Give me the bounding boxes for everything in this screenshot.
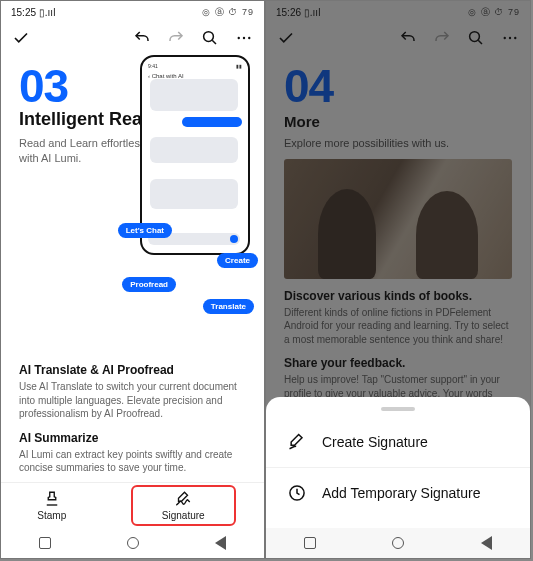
page-subtitle: Read and Learn effortlessly with AI Lumi… [19,136,159,166]
android-nav [266,528,530,558]
tab-stamp-label: Stamp [37,510,66,521]
svg-point-2 [243,37,245,39]
stamp-icon [43,490,61,508]
nav-back-icon[interactable] [481,536,492,550]
pen-icon [286,431,308,453]
tab-stamp[interactable]: Stamp [1,483,103,528]
svg-point-1 [238,37,240,39]
bubble-proofread: Proofread [122,277,176,292]
signature-icon [174,490,192,508]
feature-translate: AI Translate & AI ProofreadUse AI Transl… [19,363,246,421]
bubble-translate: Translate [203,299,254,314]
tab-signature[interactable]: Signature [131,485,237,526]
more-icon[interactable] [234,28,254,48]
tab-bar: Stamp Signature [1,482,264,528]
status-bar: 15:25 ▯.ııl ◎ ⓐ ⏱ 79 [1,1,264,23]
status-time: 15:25 [11,7,36,18]
sheet-handle[interactable] [381,407,415,411]
nav-recent-icon[interactable] [304,537,316,549]
option-add-temporary-signature[interactable]: Add Temporary Signature [266,467,530,518]
option-create-signature[interactable]: Create Signature [266,417,530,467]
android-nav [1,528,264,558]
feature-summarize: AI SummarizeAI Lumi can extract key poin… [19,431,246,475]
status-icons: ◎ ⓐ ⏱ 79 [202,6,254,19]
nav-back-icon[interactable] [215,536,226,550]
svg-point-0 [204,32,214,42]
confirm-icon[interactable] [11,28,31,48]
redo-icon[interactable] [166,28,186,48]
bubble-create: Create [217,253,258,268]
nav-home-icon[interactable] [392,537,404,549]
nav-recent-icon[interactable] [39,537,51,549]
signature-sheet: Create Signature Add Temporary Signature [266,397,530,528]
option-create-label: Create Signature [322,434,428,450]
toolbar [1,23,264,53]
nav-home-icon[interactable] [127,537,139,549]
undo-icon[interactable] [132,28,152,48]
svg-point-3 [248,37,250,39]
option-temp-label: Add Temporary Signature [322,485,481,501]
bubble-chat: Let's Chat [118,223,172,238]
clock-icon [286,482,308,504]
search-icon[interactable] [200,28,220,48]
tab-signature-label: Signature [162,510,205,521]
status-signal: ▯.ııl [39,7,56,18]
